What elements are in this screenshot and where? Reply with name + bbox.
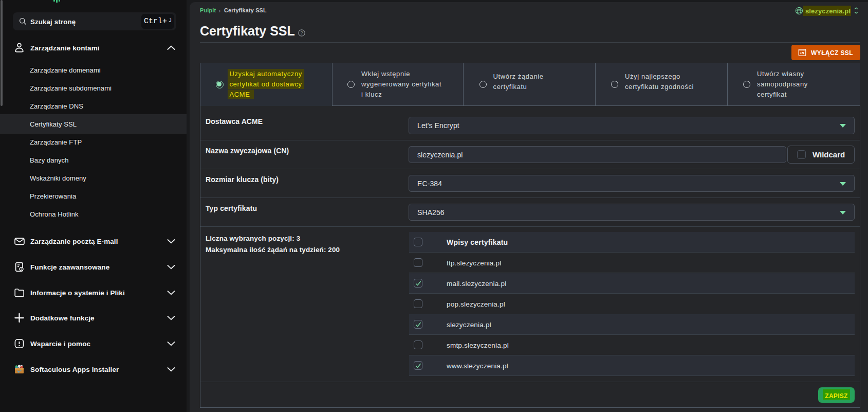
svg-text:?: ? — [300, 30, 303, 35]
